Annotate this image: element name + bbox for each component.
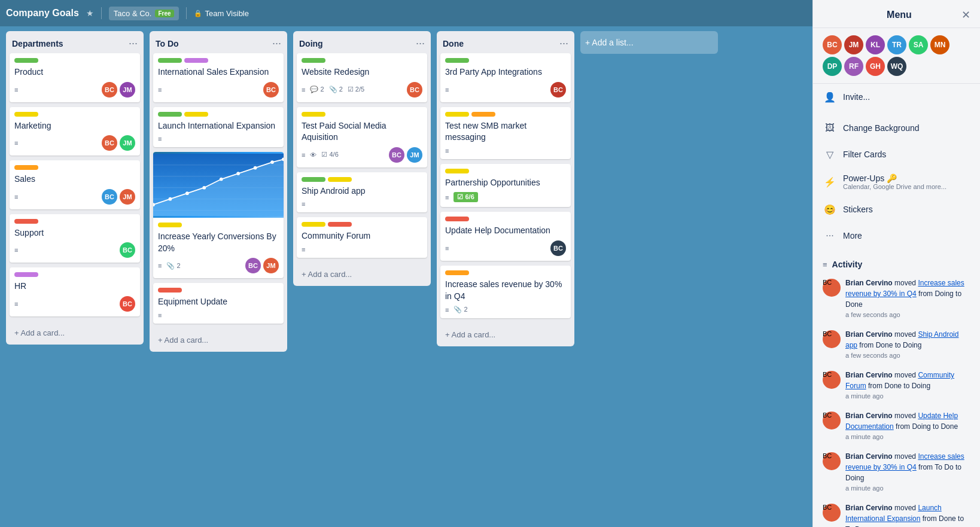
card-title: Test Paid Social Media Aquisition xyxy=(302,120,422,144)
avatar: BC xyxy=(102,82,117,98)
activity-description: Brian Cervino moved Increase sales reven… xyxy=(845,278,970,310)
label-green xyxy=(302,58,325,63)
card-product[interactable]: Product≡BCJM xyxy=(10,53,140,102)
list-menu-button[interactable]: ··· xyxy=(129,37,138,50)
card-footer: ≡BCJM xyxy=(14,189,135,205)
card-footer: ≡ xyxy=(158,312,279,319)
label-green xyxy=(158,112,182,117)
list-menu-button[interactable]: ··· xyxy=(416,37,425,50)
add-card-button[interactable]: + Add a card... xyxy=(297,266,427,282)
avatar: SA xyxy=(909,35,928,54)
avatar: BC xyxy=(823,452,841,470)
label-yellow xyxy=(445,112,469,117)
list-doing: Doing···Website Redesign≡💬 2📎 2☑ 2/5BCTe… xyxy=(293,31,431,286)
card-smb[interactable]: Test new SMB market messaging≡ xyxy=(440,107,571,159)
card-footer: ≡BCJM xyxy=(14,82,135,98)
avatar: JM xyxy=(844,35,863,54)
card-3rdparty[interactable]: 3rd Party App Integrations≡BC xyxy=(440,53,571,102)
card-members: BCJM xyxy=(102,189,135,205)
card-equipment[interactable]: Equipment Update≡ xyxy=(153,283,284,324)
card-labels xyxy=(14,165,135,170)
card-android[interactable]: Ship Android app≡ xyxy=(297,172,427,213)
list-menu-button[interactable]: ··· xyxy=(559,37,568,50)
card-badges: ≡ xyxy=(445,245,449,252)
list-header: To Do··· xyxy=(150,31,287,53)
list-header: Departments··· xyxy=(6,31,144,53)
card-title: Support xyxy=(14,227,135,239)
filter-cards-button[interactable]: ▽ Filter Cards xyxy=(813,141,980,167)
card-revenue[interactable]: Increase sales revenue by 30% in Q4≡📎 2 xyxy=(440,266,571,318)
activity-list: BCBrian Cervino moved Increase sales rev… xyxy=(813,273,980,527)
list-menu-button[interactable]: ··· xyxy=(272,37,281,50)
invite-button[interactable]: 👤 Invite... xyxy=(813,84,980,110)
stickers-label: Stickers xyxy=(843,205,970,214)
more-label: More xyxy=(843,231,970,240)
card-website[interactable]: Website Redesign≡💬 2📎 2☑ 2/5BC xyxy=(297,53,427,102)
card-conversions[interactable]: Increase Yearly Conversions By 20%≡📎 2BC… xyxy=(153,152,284,278)
menu-close-button[interactable]: ✕ xyxy=(961,8,970,22)
card-footer: ≡ xyxy=(445,147,566,154)
stickers-button[interactable]: 😊 Stickers xyxy=(813,196,980,223)
desc-badge: ≡ xyxy=(14,246,18,254)
menu-title: Menu xyxy=(837,10,961,20)
card-social[interactable]: Test Paid Social Media Aquisition≡👁☑ 4/6… xyxy=(297,107,427,167)
card-badges: ≡📎 2 xyxy=(445,306,468,313)
card-intl-sales[interactable]: International Sales Expansion≡BC xyxy=(153,53,284,102)
card-marketing[interactable]: Marketing≡BCJM xyxy=(10,107,140,156)
activity-text: Brian Cervino moved Increase sales reven… xyxy=(845,451,970,492)
label-orange xyxy=(14,165,38,170)
avatar: BC xyxy=(120,296,135,312)
star-icon[interactable]: ★ xyxy=(86,8,94,18)
activity-time: a minute ago xyxy=(845,485,970,492)
card-title: HR xyxy=(14,281,135,293)
add-card-button[interactable]: + Add a card... xyxy=(440,327,571,343)
label-green xyxy=(302,177,325,182)
power-ups-button[interactable]: ⚡ Power-Ups 🔑 Calendar, Google Drive and… xyxy=(813,167,980,196)
card-help-docs[interactable]: Update Help Documentation≡BC xyxy=(440,212,571,261)
desc-badge: ≡ xyxy=(14,139,18,147)
label-orange xyxy=(471,112,495,117)
activity-icon: ≡ xyxy=(823,260,827,269)
change-background-button[interactable]: 🖼 Change Background xyxy=(813,115,980,141)
card-badges: ≡ xyxy=(302,246,305,253)
card-title: 3rd Party App Integrations xyxy=(445,66,566,78)
team-visibility[interactable]: 🔒 Team Visible xyxy=(194,9,249,18)
card-sales[interactable]: Sales≡BCJM xyxy=(10,160,140,209)
activity-item: BCBrian Cervino moved Community Forum fr… xyxy=(818,365,975,404)
card-hr[interactable]: HR≡BC xyxy=(10,267,140,316)
desc-badge: ≡ xyxy=(14,193,18,200)
activity-item: BCBrian Cervino moved Increase sales rev… xyxy=(818,273,975,323)
avatar: BC xyxy=(245,258,261,273)
card-support[interactable]: Support≡BC xyxy=(10,214,140,263)
card-launch-intl[interactable]: Launch International Expansion≡ xyxy=(153,107,284,148)
list-cards: International Sales Expansion≡BCLaunch I… xyxy=(150,53,287,328)
card-labels xyxy=(302,112,422,117)
activity-description: Brian Cervino moved Community Forum from… xyxy=(845,370,970,391)
list-departments: Departments···Product≡BCJMMarketing≡BCJM… xyxy=(6,31,144,345)
activity-time: a few seconds ago xyxy=(845,352,970,359)
add-card-button[interactable]: + Add a card... xyxy=(153,332,284,348)
more-button[interactable]: ··· More xyxy=(813,223,980,249)
card-partnership[interactable]: Partnership Opportunities≡☑ 6/6 xyxy=(440,164,571,208)
label-orange xyxy=(445,270,469,275)
svg-point-8 xyxy=(185,192,189,196)
card-labels xyxy=(445,217,566,221)
add-list-button[interactable]: + Add a list... xyxy=(580,31,718,54)
background-icon: 🖼 xyxy=(823,121,837,135)
card-footer: ≡ xyxy=(158,135,279,142)
desc-badge: ≡ xyxy=(302,151,305,159)
label-yellow xyxy=(184,112,208,117)
card-badges: ≡ xyxy=(302,200,305,208)
card-footer: ≡ xyxy=(302,246,422,253)
board-title[interactable]: Company Goals xyxy=(6,8,79,19)
card-community[interactable]: Community Forum≡ xyxy=(297,217,427,258)
avatar: RF xyxy=(844,57,863,76)
card-title: Partnership Opportunities xyxy=(445,177,566,189)
add-card-button[interactable]: + Add a card... xyxy=(10,325,140,341)
checklist-complete-badge: ☑ 6/6 xyxy=(454,192,477,202)
board-members: BCJMKLTRSAMNDPRFGHWQ xyxy=(813,28,980,84)
org-switcher[interactable]: Taco & Co. Free xyxy=(109,7,179,20)
activity-item: BCBrian Cervino moved Ship Android app f… xyxy=(818,324,975,364)
org-badge: Free xyxy=(155,10,174,17)
avatar: DP xyxy=(823,57,842,76)
